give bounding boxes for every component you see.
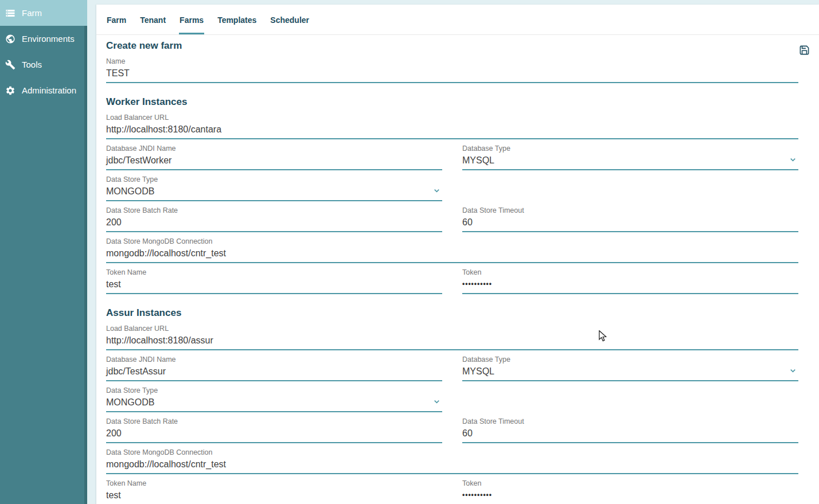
tab-farms[interactable]: Farms	[179, 5, 204, 34]
field-worker-db-type: Database Type MYSQL	[462, 144, 798, 170]
content-card: Farm Tenant Farms Templates Scheduler Cr…	[96, 5, 819, 504]
field-worker-token: Token ••••••••••	[462, 268, 798, 294]
assur-token-name-input[interactable]: test	[106, 490, 442, 504]
field-label: Data Store Timeout	[462, 206, 798, 215]
worker-data-store-type-select[interactable]: MONGODB	[106, 186, 442, 201]
field-worker-mongo-connection: Data Store MongoDB Connection mongodb://…	[106, 237, 798, 263]
field-assur-jndi: Database JNDI Name jdbc/TestAssur	[106, 355, 442, 381]
tab-templates[interactable]: Templates	[217, 5, 257, 34]
field-assur-token: Token ••••••••••	[462, 479, 798, 504]
field-assur-data-store-type: Data Store Type MONGODB	[106, 386, 442, 412]
field-label: Database JNDI Name	[106, 355, 442, 364]
field-worker-timeout: Data Store Timeout 60	[462, 206, 798, 232]
chevron-down-icon	[432, 397, 441, 406]
field-label: Data Store Timeout	[462, 417, 798, 426]
tab-bar: Farm Tenant Farms Templates Scheduler	[96, 5, 819, 35]
worker-db-type-select[interactable]: MYSQL	[462, 155, 798, 170]
assur-data-store-type-select[interactable]: MONGODB	[106, 397, 442, 412]
field-label: Load Balancer URL	[106, 325, 798, 333]
field-farm-name: Name TEST	[106, 57, 798, 83]
field-label: Data Store MongoDB Connection	[106, 237, 798, 246]
field-assur-token-name: Token Name test	[106, 479, 442, 504]
worker-timeout-input[interactable]: 60	[462, 217, 798, 232]
section-title-worker: Worker Instances	[106, 96, 798, 108]
field-worker-load-balancer: Load Balancer URL http://localhost:8180/…	[106, 114, 798, 139]
field-label: Token Name	[106, 268, 442, 277]
sidebar-item-label: Environments	[22, 34, 75, 44]
tab-scheduler[interactable]: Scheduler	[270, 5, 310, 34]
field-worker-data-store-type: Data Store Type MONGODB	[106, 175, 442, 201]
main-area: Farm Tenant Farms Templates Scheduler Cr…	[87, 0, 819, 504]
worker-token-input[interactable]: ••••••••••	[462, 279, 798, 294]
select-value: MYSQL	[462, 155, 494, 165]
assur-db-type-select[interactable]: MYSQL	[462, 366, 798, 381]
assur-load-balancer-input[interactable]: http://localhost:8180/assur	[106, 335, 798, 350]
storage-icon	[5, 8, 15, 18]
chevron-down-icon	[789, 155, 797, 164]
save-button[interactable]	[799, 45, 810, 57]
section-title-assur: Assur Instances	[106, 307, 798, 319]
field-label: Database Type	[462, 144, 798, 153]
field-label: Load Balancer URL	[106, 114, 798, 122]
assur-token-input[interactable]: ••••••••••	[462, 490, 798, 504]
field-label: Data Store MongoDB Connection	[106, 448, 798, 457]
field-label: Token Name	[106, 479, 442, 488]
chevron-down-icon	[789, 366, 797, 375]
grid-spacer	[462, 381, 798, 412]
field-assur-mongo-connection: Data Store MongoDB Connection mongodb://…	[106, 448, 798, 474]
page-title: Create new farm	[106, 40, 798, 52]
sidebar-item-administration[interactable]: Administration	[0, 77, 87, 103]
tab-tenant[interactable]: Tenant	[139, 5, 166, 34]
worker-token-name-input[interactable]: test	[106, 279, 442, 294]
assur-timeout-input[interactable]: 60	[462, 428, 798, 443]
field-worker-batch-rate: Data Store Batch Rate 200	[106, 206, 442, 232]
save-icon	[799, 49, 810, 57]
field-assur-batch-rate: Data Store Batch Rate 200	[106, 417, 442, 443]
wrench-icon	[5, 60, 15, 70]
chevron-down-icon	[432, 186, 441, 195]
globe-icon	[5, 34, 15, 44]
field-label: Database Type	[462, 355, 798, 364]
sidebar: Farm Environments Tools Administration	[0, 0, 87, 504]
assur-batch-rate-input[interactable]: 200	[106, 428, 442, 443]
field-worker-token-name: Token Name test	[106, 268, 442, 294]
field-worker-jndi: Database JNDI Name jdbc/TestWorker	[106, 144, 442, 170]
field-label: Database JNDI Name	[106, 144, 442, 153]
sidebar-item-environments[interactable]: Environments	[0, 26, 87, 52]
worker-batch-rate-input[interactable]: 200	[106, 217, 442, 232]
field-assur-db-type: Database Type MYSQL	[462, 355, 798, 381]
sidebar-item-tools[interactable]: Tools	[0, 52, 87, 77]
worker-mongo-connection-input[interactable]: mongodb://localhost/cntr_test	[106, 248, 798, 263]
field-label: Data Store Type	[106, 175, 442, 184]
field-label: Token	[462, 268, 798, 277]
tab-farm[interactable]: Farm	[106, 5, 127, 34]
field-assur-load-balancer: Load Balancer URL http://localhost:8180/…	[106, 325, 798, 350]
form-content: Create new farm Name TEST Worker Instanc…	[96, 35, 819, 504]
field-label: Data Store Batch Rate	[106, 206, 442, 215]
field-assur-timeout: Data Store Timeout 60	[462, 417, 798, 443]
assur-jndi-input[interactable]: jdbc/TestAssur	[106, 366, 442, 381]
field-label: Token	[462, 479, 798, 488]
worker-jndi-input[interactable]: jdbc/TestWorker	[106, 155, 442, 170]
assur-mongo-connection-input[interactable]: mongodb://localhost/cntr_test	[106, 459, 798, 474]
worker-load-balancer-input[interactable]: http://localhost:8180/cantara	[106, 124, 798, 139]
sidebar-item-label: Farm	[22, 8, 42, 18]
farm-name-input[interactable]: TEST	[106, 68, 798, 83]
grid-spacer	[462, 170, 798, 201]
sidebar-item-label: Tools	[22, 60, 42, 69]
field-label: Data Store Batch Rate	[106, 417, 442, 426]
field-label: Data Store Type	[106, 386, 442, 395]
select-value: MONGODB	[106, 397, 154, 407]
sidebar-item-label: Administration	[22, 85, 76, 95]
gear-icon	[5, 85, 15, 96]
select-value: MYSQL	[462, 366, 494, 376]
select-value: MONGODB	[106, 186, 154, 196]
field-label: Name	[106, 57, 798, 66]
sidebar-item-farm[interactable]: Farm	[0, 0, 87, 26]
